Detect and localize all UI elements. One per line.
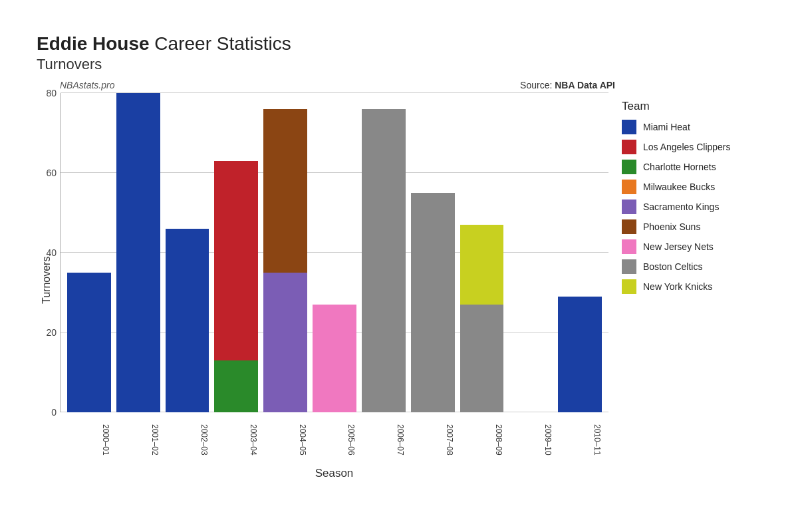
x-label: 2004–05 (263, 416, 307, 463)
bar-group (116, 93, 160, 412)
plot-area: 020406080 2000–012001–022002–032003–0420… (60, 93, 608, 480)
bar (362, 109, 406, 412)
bar-group (362, 109, 406, 412)
legend-item: New York Knicks (622, 279, 768, 294)
title-section: Eddie House Career Statistics Turnovers (37, 33, 768, 73)
chart-container: Eddie House Career Statistics Turnovers … (17, 13, 781, 519)
x-axis-title: Season (60, 467, 608, 480)
legend-color-box (622, 239, 636, 254)
bar-group (460, 225, 504, 412)
x-label: 2010–11 (558, 416, 602, 463)
bar (166, 229, 209, 412)
bar-group (411, 193, 455, 412)
sub-title: Turnovers (37, 56, 768, 73)
bar-segment (263, 109, 307, 273)
legend-item-label: Sacramento Kings (643, 201, 719, 212)
bar-segment (214, 360, 258, 412)
bar-group (67, 273, 111, 412)
bar (67, 273, 111, 412)
legend-item-label: New Jersey Nets (643, 241, 714, 252)
x-label: 2009–10 (509, 416, 553, 463)
legend-item-label: Boston Celtics (643, 261, 702, 272)
legend-color-box (622, 279, 636, 294)
y-tick-label: 60 (46, 168, 57, 178)
y-axis-label: Turnovers (37, 80, 57, 480)
bar-group (313, 305, 356, 412)
legend: Team Miami HeatLos Angeles ClippersCharl… (622, 93, 768, 480)
legend-item-label: Charlotte Hornets (643, 162, 716, 172)
source-bold: NBA Data API (555, 80, 615, 90)
legend-item: Boston Celtics (622, 259, 768, 274)
y-tick-label: 0 (51, 407, 57, 418)
legend-item: New Jersey Nets (622, 239, 768, 254)
legend-item-label: Los Angeles Clippers (643, 142, 731, 152)
bar (558, 297, 602, 412)
legend-color-box (622, 259, 636, 274)
legend-item: Charlotte Hornets (622, 160, 768, 174)
bar (313, 305, 356, 412)
legend-item: Sacramento Kings (622, 200, 768, 214)
bar-group (214, 161, 258, 412)
legend-item-label: Miami Heat (643, 122, 690, 132)
x-label: 2005–06 (313, 416, 356, 463)
legend-title: Team (622, 100, 768, 113)
x-label: 2000–01 (66, 416, 110, 463)
legend-item: Miami Heat (622, 120, 768, 134)
legend-color-box (622, 160, 636, 174)
x-axis-labels: 2000–012001–022002–032003–042004–052005–… (60, 416, 608, 463)
legend-color-box (622, 180, 636, 194)
x-label: 2008–09 (460, 416, 503, 463)
source-row: NBAstats.pro Source: NBA Data API (60, 80, 768, 90)
y-tick-label: 20 (46, 327, 57, 338)
bar-segment (263, 273, 307, 412)
bar-group (558, 297, 602, 412)
y-tick-label: 80 (46, 88, 57, 98)
title-rest: Career Statistics (150, 33, 291, 54)
main-title: Eddie House Career Statistics (37, 33, 768, 55)
bar-segment (460, 225, 504, 305)
grid-and-bars: 020406080 (60, 93, 608, 412)
legend-item-label: Milwaukee Bucks (643, 182, 715, 192)
chart-area: Turnovers NBAstats.pro Source: NBA Data … (37, 80, 768, 480)
x-label: 2007–08 (410, 416, 454, 463)
legend-items: Miami HeatLos Angeles ClippersCharlotte … (622, 120, 768, 294)
bar-segment (214, 161, 258, 360)
legend-item: Phoenix Suns (622, 219, 768, 234)
legend-color-box (622, 140, 636, 154)
legend-color-box (622, 120, 636, 134)
legend-item: Milwaukee Bucks (622, 180, 768, 194)
bars-container (61, 93, 608, 412)
bar (411, 193, 455, 412)
bar-segment (460, 305, 504, 412)
legend-item-label: Phoenix Suns (643, 221, 700, 232)
y-tick-label: 40 (46, 247, 57, 258)
bar-group (263, 109, 307, 412)
plot-and-legend: 020406080 2000–012001–022002–032003–0420… (60, 93, 768, 480)
x-label: 2003–04 (214, 416, 258, 463)
source-prefix: Source: (520, 80, 555, 90)
x-label: 2006–07 (361, 416, 405, 463)
chart-main: NBAstats.pro Source: NBA Data API 020406… (60, 80, 768, 480)
bar-group (166, 229, 209, 412)
source-left: NBAstats.pro (60, 80, 114, 90)
legend-color-box (622, 219, 636, 234)
legend-item: Los Angeles Clippers (622, 140, 768, 154)
source-right: Source: NBA Data API (520, 80, 615, 90)
x-label: 2002–03 (165, 416, 209, 463)
x-label: 2001–02 (116, 416, 160, 463)
legend-item-label: New York Knicks (643, 281, 712, 292)
title-bold: Eddie House (37, 33, 150, 54)
bar (116, 93, 160, 412)
legend-color-box (622, 200, 636, 214)
